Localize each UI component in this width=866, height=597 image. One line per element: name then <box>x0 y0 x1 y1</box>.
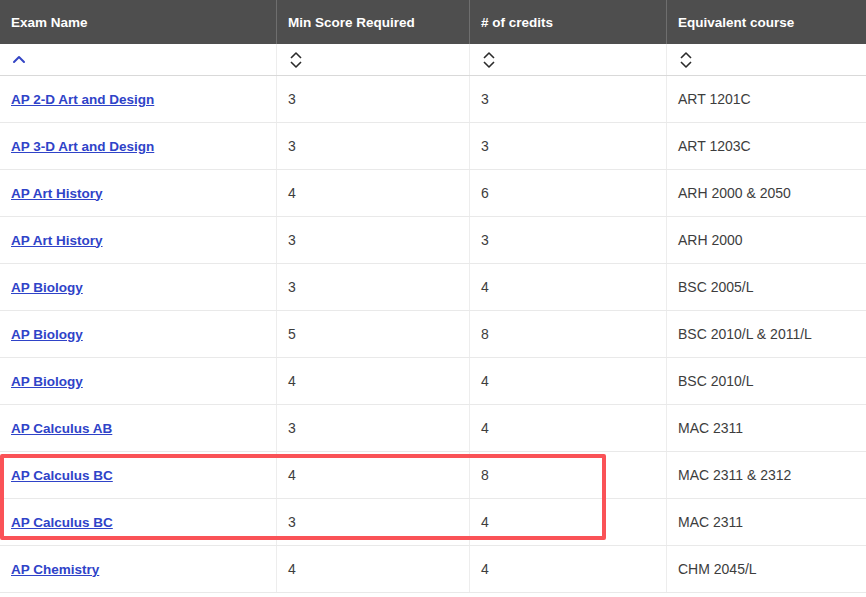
table-row: AP Chemistry 4 4 CHM 2045/L <box>0 546 866 593</box>
exam-name-cell: AP Calculus BC <box>0 499 277 545</box>
min-score-value: 3 <box>288 514 296 530</box>
credits-value: 3 <box>481 91 489 107</box>
course-cell: ARH 2000 & 2050 <box>667 170 866 216</box>
course-cell: ART 1203C <box>667 123 866 169</box>
course-cell: MAC 2311 & 2312 <box>667 452 866 498</box>
credits-value: 4 <box>481 279 489 295</box>
credits-value: 4 <box>481 561 489 577</box>
min-score-value: 3 <box>288 420 296 436</box>
exam-name-cell: AP Biology <box>0 358 277 404</box>
table-row: AP Biology 4 4 BSC 2010/L <box>0 358 866 405</box>
exam-link[interactable]: AP 3-D Art and Design <box>11 139 154 154</box>
table-row: AP Biology 3 4 BSC 2005/L <box>0 264 866 311</box>
column-header-exam-name[interactable]: Exam Name <box>0 0 277 44</box>
credits-cell: 3 <box>470 76 667 122</box>
credits-cell: 3 <box>470 123 667 169</box>
column-header-label: Equivalent course <box>678 15 794 30</box>
credits-cell: 4 <box>470 546 667 592</box>
credits-cell: 4 <box>470 358 667 404</box>
credits-value: 4 <box>481 514 489 530</box>
min-score-cell: 5 <box>277 311 470 357</box>
min-score-cell: 3 <box>277 264 470 310</box>
exam-name-cell: AP Biology <box>0 311 277 357</box>
table-row: AP 3-D Art and Design 3 3 ART 1203C <box>0 123 866 170</box>
exam-link[interactable]: AP Calculus BC <box>11 468 113 483</box>
course-cell: CHM 2045/L <box>667 546 866 592</box>
credits-value: 4 <box>481 373 489 389</box>
column-header-min-score[interactable]: Min Score Required <box>277 0 470 44</box>
course-cell: BSC 2010/L & 2011/L <box>667 311 866 357</box>
sort-cell-credits <box>470 44 667 75</box>
table-row: AP Biology 5 8 BSC 2010/L & 2011/L <box>0 311 866 358</box>
exam-name-cell: AP Art History <box>0 217 277 263</box>
credits-cell: 8 <box>470 452 667 498</box>
course-value: MAC 2311 & 2312 <box>678 467 791 483</box>
table-body: AP 2-D Art and Design 3 3 ART 1201C AP 3… <box>0 76 866 593</box>
min-score-cell: 3 <box>277 217 470 263</box>
credits-value: 8 <box>481 326 489 342</box>
exam-link[interactable]: AP Biology <box>11 280 83 295</box>
course-value: BSC 2005/L <box>678 279 754 295</box>
credits-value: 6 <box>481 185 489 201</box>
course-value: CHM 2045/L <box>678 561 757 577</box>
exam-name-cell: AP Art History <box>0 170 277 216</box>
column-header-label: # of credits <box>481 15 553 30</box>
credits-value: 8 <box>481 467 489 483</box>
exam-link[interactable]: AP Calculus AB <box>11 421 112 436</box>
credits-cell: 4 <box>470 405 667 451</box>
min-score-value: 5 <box>288 326 296 342</box>
exam-link[interactable]: AP Biology <box>11 374 83 389</box>
unfold-sort-icon[interactable] <box>288 50 304 70</box>
min-score-value: 4 <box>288 185 296 201</box>
exam-name-cell: AP Calculus AB <box>0 405 277 451</box>
min-score-value: 3 <box>288 279 296 295</box>
credits-cell: 8 <box>470 311 667 357</box>
exam-name-cell: AP Biology <box>0 264 277 310</box>
course-value: ARH 2000 <box>678 232 743 248</box>
min-score-cell: 3 <box>277 76 470 122</box>
unfold-sort-icon[interactable] <box>481 50 497 70</box>
table-row: AP 2-D Art and Design 3 3 ART 1201C <box>0 76 866 123</box>
credits-cell: 6 <box>470 170 667 216</box>
min-score-value: 3 <box>288 232 296 248</box>
min-score-cell: 3 <box>277 499 470 545</box>
min-score-value: 4 <box>288 373 296 389</box>
course-cell: ART 1201C <box>667 76 866 122</box>
min-score-value: 3 <box>288 138 296 154</box>
chevron-up-icon[interactable] <box>11 53 27 67</box>
course-cell: BSC 2005/L <box>667 264 866 310</box>
exam-link[interactable]: AP 2-D Art and Design <box>11 92 154 107</box>
course-value: MAC 2311 <box>678 514 743 530</box>
course-value: ART 1203C <box>678 138 751 154</box>
min-score-cell: 3 <box>277 405 470 451</box>
exam-link[interactable]: AP Biology <box>11 327 83 342</box>
sort-cell-equivalent-course <box>667 44 866 75</box>
credits-cell: 4 <box>470 499 667 545</box>
ap-credit-table: Exam Name Min Score Required # of credit… <box>0 0 866 593</box>
exam-link[interactable]: AP Calculus BC <box>11 515 113 530</box>
column-header-equivalent-course[interactable]: Equivalent course <box>667 0 866 44</box>
min-score-cell: 4 <box>277 358 470 404</box>
unfold-sort-icon[interactable] <box>678 50 694 70</box>
exam-name-cell: AP 3-D Art and Design <box>0 123 277 169</box>
course-value: ARH 2000 & 2050 <box>678 185 791 201</box>
course-value: ART 1201C <box>678 91 751 107</box>
sort-cell-exam-name <box>0 44 277 75</box>
exam-link[interactable]: AP Chemistry <box>11 562 99 577</box>
exam-link[interactable]: AP Art History <box>11 186 103 201</box>
min-score-cell: 4 <box>277 170 470 216</box>
min-score-value: 4 <box>288 561 296 577</box>
credits-cell: 3 <box>470 217 667 263</box>
column-header-credits[interactable]: # of credits <box>470 0 667 44</box>
min-score-cell: 4 <box>277 546 470 592</box>
credits-cell: 4 <box>470 264 667 310</box>
exam-name-cell: AP Chemistry <box>0 546 277 592</box>
course-value: BSC 2010/L <box>678 373 754 389</box>
course-value: BSC 2010/L & 2011/L <box>678 326 812 342</box>
exam-link[interactable]: AP Art History <box>11 233 103 248</box>
course-cell: ARH 2000 <box>667 217 866 263</box>
course-value: MAC 2311 <box>678 420 743 436</box>
exam-name-cell: AP Calculus BC <box>0 452 277 498</box>
table-row: AP Calculus AB 3 4 MAC 2311 <box>0 405 866 452</box>
min-score-value: 4 <box>288 467 296 483</box>
